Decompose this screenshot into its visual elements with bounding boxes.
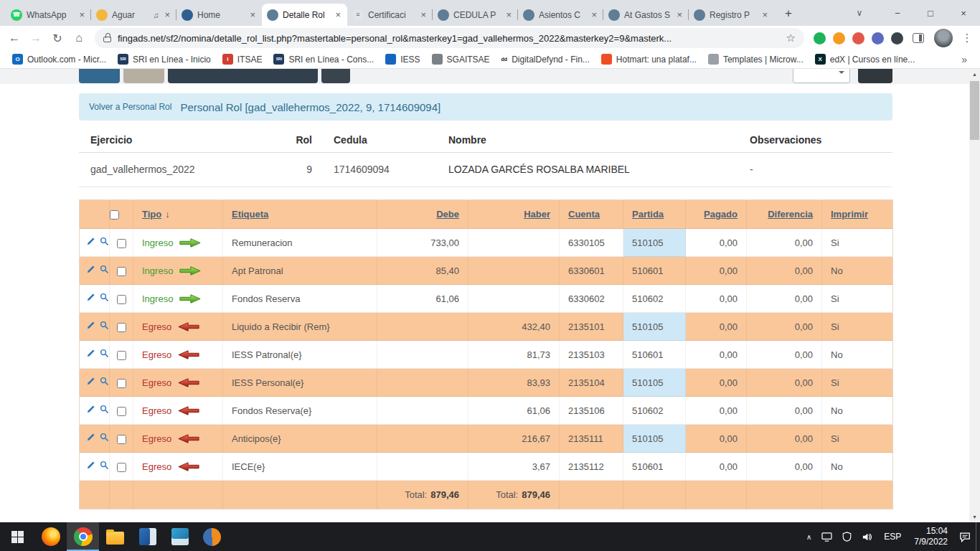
- scrollbar-up-icon[interactable]: ▲: [969, 69, 980, 80]
- display-tray-icon[interactable]: [816, 522, 837, 551]
- row-checkbox[interactable]: [117, 239, 126, 248]
- minimize-button[interactable]: −: [881, 0, 914, 26]
- extension-dark-icon[interactable]: [891, 32, 903, 44]
- tab-close-icon[interactable]: ×: [760, 9, 769, 20]
- tab-search-button[interactable]: ∨: [845, 0, 874, 26]
- column-header-link[interactable]: Debe: [436, 209, 459, 220]
- start-button[interactable]: [0, 522, 34, 551]
- back-to-personal-rol-link[interactable]: Volver a Personal Rol: [89, 102, 171, 112]
- browser-tab[interactable]: Home×: [176, 4, 262, 26]
- column-header-link[interactable]: Cuenta: [568, 209, 600, 220]
- column-header-link[interactable]: Tipo: [142, 209, 161, 220]
- action-center-icon[interactable]: [954, 522, 976, 551]
- hidden-icons-button[interactable]: ∧: [801, 522, 816, 551]
- new-tab-button[interactable]: +: [778, 4, 798, 24]
- bookmark-item[interactable]: XedX | Cursos en líne...: [810, 54, 920, 65]
- taskbar-app-icon-3[interactable]: [196, 522, 228, 551]
- column-header-link[interactable]: Partida: [632, 209, 664, 220]
- address-bar[interactable]: fingads.net/sf2/nomina/detalle_rol_list.…: [95, 28, 804, 48]
- row-checkbox[interactable]: [117, 267, 126, 276]
- view-magnifier-icon[interactable]: [100, 405, 109, 416]
- extension-orange-icon[interactable]: [833, 32, 845, 44]
- tab-close-icon[interactable]: ×: [334, 9, 342, 20]
- bookmarks-overflow-icon[interactable]: »: [956, 54, 973, 65]
- edit-pencil-icon[interactable]: [86, 265, 95, 276]
- browser-tab[interactable]: ☎WhatsApp×: [6, 4, 91, 26]
- edit-pencil-icon[interactable]: [86, 237, 95, 248]
- taskbar-app-icon-1[interactable]: [131, 522, 164, 551]
- back-icon[interactable]: ←: [4, 28, 24, 48]
- edit-pencil-icon[interactable]: [86, 321, 95, 332]
- view-magnifier-icon[interactable]: [100, 321, 109, 332]
- column-header-link[interactable]: Etiqueta: [232, 209, 268, 220]
- extension-blue-icon[interactable]: [872, 32, 884, 44]
- tab-close-icon[interactable]: ×: [675, 9, 684, 20]
- row-checkbox[interactable]: [117, 351, 126, 360]
- profile-avatar[interactable]: [934, 29, 953, 47]
- browser-tab[interactable]: Registro P×: [689, 4, 774, 26]
- view-magnifier-icon[interactable]: [100, 461, 109, 472]
- toolbar-button-1[interactable]: [79, 69, 120, 83]
- forward-icon[interactable]: →: [26, 28, 46, 48]
- bookmark-item[interactable]: OOutlook.com - Micr...: [7, 54, 111, 65]
- scrollbar-thumb[interactable]: [970, 81, 979, 140]
- column-header-link[interactable]: Pagado: [704, 209, 738, 220]
- tab-close-icon[interactable]: ×: [504, 9, 513, 20]
- taskbar-firefox-icon[interactable]: [34, 522, 67, 551]
- view-magnifier-icon[interactable]: [100, 265, 109, 276]
- browser-tab[interactable]: CEDULA P×: [433, 4, 518, 26]
- bookmark-item[interactable]: Hotmart: una plataf...: [596, 54, 702, 65]
- view-magnifier-icon[interactable]: [100, 377, 109, 388]
- row-checkbox[interactable]: [117, 295, 126, 304]
- row-checkbox[interactable]: [117, 323, 126, 332]
- toolbar-button-4[interactable]: [321, 69, 350, 83]
- tab-close-icon[interactable]: ×: [163, 9, 171, 20]
- tab-close-icon[interactable]: ×: [77, 9, 86, 20]
- reload-icon[interactable]: ↻: [47, 28, 67, 48]
- column-header-link[interactable]: Haber: [524, 209, 550, 220]
- row-checkbox[interactable]: [117, 407, 126, 416]
- view-magnifier-icon[interactable]: [100, 433, 109, 444]
- column-header-link[interactable]: Diferencia: [768, 209, 813, 220]
- browser-tab[interactable]: ≡Certificaci×: [347, 4, 433, 26]
- view-magnifier-icon[interactable]: [100, 349, 109, 360]
- bookmark-star-icon[interactable]: ☆: [786, 32, 796, 44]
- row-checkbox[interactable]: [117, 463, 126, 472]
- tab-audio-icon[interactable]: ♫: [153, 11, 159, 19]
- bookmark-item[interactable]: ddDigitalDefynd - Fin...: [496, 54, 595, 65]
- taskbar-explorer-icon[interactable]: [99, 522, 131, 551]
- toolbar-button-3[interactable]: [168, 69, 318, 83]
- bookmark-item[interactable]: IESS: [380, 54, 425, 65]
- row-checkbox[interactable]: [117, 379, 126, 388]
- maximize-button[interactable]: □: [914, 0, 947, 26]
- bookmark-item[interactable]: SGAITSAE: [427, 54, 495, 65]
- view-magnifier-icon[interactable]: [100, 237, 109, 248]
- url-text[interactable]: fingads.net/sf2/nomina/detalle_rol_list.…: [118, 33, 780, 44]
- padlock-icon[interactable]: [103, 37, 111, 42]
- row-checkbox[interactable]: [117, 435, 126, 444]
- taskbar-chrome-icon[interactable]: [67, 522, 99, 551]
- tab-close-icon[interactable]: ×: [419, 9, 428, 20]
- tab-close-icon[interactable]: ×: [590, 9, 598, 20]
- bookmark-item[interactable]: IITSAE: [217, 54, 268, 65]
- extension-green-icon[interactable]: [814, 32, 826, 44]
- browser-tab[interactable]: Detalle Rol×: [262, 4, 347, 26]
- close-button[interactable]: ×: [947, 0, 980, 26]
- scrollbar-down-icon[interactable]: ▼: [969, 512, 980, 522]
- volume-icon[interactable]: [857, 522, 877, 551]
- side-panel-icon[interactable]: [913, 33, 924, 43]
- toolbar-button-5[interactable]: [858, 69, 892, 83]
- edit-pencil-icon[interactable]: [86, 377, 95, 388]
- view-magnifier-icon[interactable]: [100, 293, 109, 304]
- show-desktop-button[interactable]: [976, 522, 980, 551]
- edit-pencil-icon[interactable]: [86, 349, 95, 360]
- edit-pencil-icon[interactable]: [86, 293, 95, 304]
- page-size-select[interactable]: [793, 69, 850, 83]
- column-header-link[interactable]: Imprimir: [831, 209, 868, 220]
- select-all-checkbox[interactable]: [110, 210, 119, 220]
- browser-menu-icon[interactable]: ⋮: [958, 32, 976, 44]
- bookmark-item[interactable]: SRISRI en Línea - Inicio: [113, 54, 216, 65]
- browser-tab[interactable]: Aguar♫×: [91, 4, 176, 26]
- extension-red-icon[interactable]: [852, 32, 864, 44]
- language-indicator[interactable]: ESP: [877, 522, 908, 551]
